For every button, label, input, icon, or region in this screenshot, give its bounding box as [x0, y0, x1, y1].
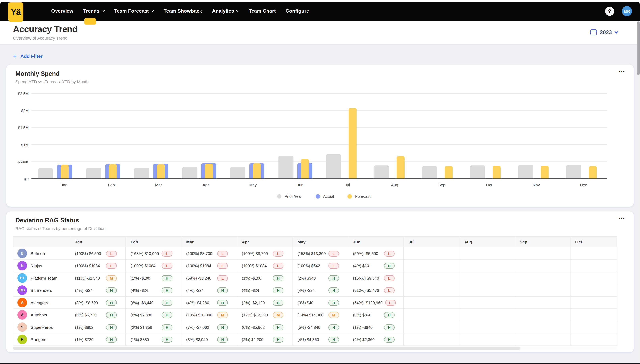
bar-group-may — [223, 94, 271, 179]
deviation-cell: (100%) $8,700L — [237, 248, 293, 259]
deviation-value: (3%) $3,040 — [186, 337, 208, 342]
x-axis-label: Sep — [418, 183, 466, 187]
deviation-value: (7%) -$7,062 — [186, 325, 209, 329]
x-axis-label: Dec — [560, 183, 607, 187]
team-cell: AAutobots — [13, 309, 70, 321]
rag-badge: H — [273, 324, 284, 330]
prior-year-bar — [230, 167, 245, 179]
card-menu-icon[interactable]: ••• — [619, 216, 625, 220]
deviation-value: (100%) $1084 — [131, 264, 156, 268]
deviation-cell: (11%) -$1,540M — [70, 272, 126, 284]
x-axis-label: Jul — [324, 183, 371, 187]
empty-cell — [570, 260, 617, 272]
deviation-value: (1%) $880 — [131, 337, 149, 342]
deviation-cell: (4%) -$24H — [237, 284, 293, 296]
vertical-scrollbar-thumb[interactable] — [637, 22, 639, 75]
empty-cell — [570, 321, 617, 333]
deviation-cell: (1%) -$100H — [237, 272, 293, 284]
deviation-value: (100%) $6,500 — [75, 251, 101, 256]
nav-item-configure[interactable]: Configure — [286, 2, 309, 20]
empty-cell — [404, 296, 459, 308]
deviation-cell: (100%) $542L — [293, 260, 348, 272]
deviation-value: (4%) -$24 — [75, 288, 93, 292]
rag-badge: H — [328, 324, 339, 330]
empty-cell — [570, 284, 617, 296]
deviation-value: (4%) -$24 — [131, 288, 148, 292]
y-axis-tick: $0 — [25, 177, 29, 181]
deviation-cell: (6%) -$5,962H — [237, 321, 293, 333]
page-subtitle: Overview of Accuracy Trend — [13, 36, 78, 40]
deviation-cell: (0%) $40H — [293, 296, 348, 308]
deviation-cell: (10%) $10,040M — [181, 309, 237, 321]
x-axis-label: Feb — [88, 183, 135, 187]
x-axis-label: Aug — [371, 183, 418, 187]
nav-item-label: Configure — [286, 8, 309, 14]
nav-item-team-chart[interactable]: Team Chart — [249, 2, 276, 20]
chart-legend: Prior YearActualForecast — [41, 194, 607, 199]
deviation-cell: (14%) $14,360M — [293, 309, 348, 321]
horizontal-scrollbar-thumb[interactable] — [13, 346, 520, 350]
table-header-row: JanFebMarAprMayJunJulAugSepOct — [13, 237, 617, 248]
rag-badge: H — [162, 324, 172, 330]
card-menu-icon[interactable]: ••• — [619, 70, 625, 74]
table-row: SSuperHeros(1%) $802H(2%) $1,859H(7%) -$… — [13, 321, 617, 334]
empty-cell — [404, 284, 459, 296]
deviation-cell: (2%) $2,360H — [348, 334, 404, 345]
legend-item-actual: Actual — [315, 194, 334, 199]
team-column-header — [13, 237, 70, 247]
team-avatar: B — [18, 248, 27, 258]
deviation-value: (1%) -$840 — [353, 325, 373, 329]
team-name: Batmen — [31, 251, 45, 256]
forecast-bar — [541, 166, 548, 179]
deviation-value: (4%) -$24 — [242, 288, 259, 292]
rag-badge: H — [162, 275, 172, 281]
app-logo[interactable]: Yä — [8, 2, 24, 22]
plus-icon: + — [13, 54, 17, 59]
rag-badge: L — [384, 275, 395, 281]
rag-badge: L — [217, 250, 228, 256]
forecast-bar — [253, 164, 261, 179]
nav-item-label: Team Forecast — [114, 8, 149, 14]
deviation-cell: (12%) $12,200M — [237, 309, 293, 321]
team-cell: BBatmen — [13, 248, 70, 259]
rag-badge: L — [106, 263, 117, 269]
deviation-value: (50%) -$5,500 — [353, 251, 378, 256]
rag-badge: H — [328, 300, 339, 306]
deviation-cell: (5%) -$4,840H — [293, 321, 348, 333]
rag-status-card: ••• Deviation RAG Status RAG status of T… — [6, 211, 634, 352]
nav-item-overview[interactable]: Overview — [51, 2, 73, 20]
empty-cell — [515, 296, 570, 308]
user-avatar[interactable]: MR — [622, 6, 632, 16]
rag-badge: H — [217, 336, 228, 342]
nav-item-label: Analytics — [212, 8, 234, 14]
deviation-value: (4%) -$24 — [186, 288, 204, 292]
rag-badge: H — [217, 300, 228, 306]
team-name: Autobots — [31, 312, 47, 317]
rag-card-header: Deviation RAG Status RAG status of Teams… — [6, 217, 634, 231]
x-axis-label: Nov — [513, 183, 560, 187]
deviation-cell: (4%) -$4,280H — [181, 296, 237, 308]
rag-badge: L — [384, 250, 395, 256]
nav-item-trends[interactable]: Trends — [83, 2, 104, 20]
rag-badge: H — [328, 275, 339, 281]
deviation-cell: (100%) $6,500L — [70, 248, 126, 259]
deviation-cell: (4%) -$24H — [70, 284, 126, 296]
month-column-header: Mar — [181, 237, 237, 247]
rag-badge: M — [217, 312, 228, 318]
deviation-cell: (913%) $5,476L — [348, 284, 404, 296]
nav-item-team-showback[interactable]: Team Showback — [164, 2, 202, 20]
prior-year-bar — [134, 168, 149, 179]
table-row: BBBit Benders(4%) -$24H(4%) -$24H(4%) -$… — [13, 284, 617, 296]
month-column-header: Jun — [348, 237, 404, 247]
year-selector[interactable]: 2023 — [590, 29, 618, 35]
nav-item-team-forecast[interactable]: Team Forecast — [114, 2, 154, 20]
add-filter-button[interactable]: + Add Filter — [13, 54, 43, 59]
empty-cell — [459, 321, 515, 333]
help-icon[interactable]: ? — [605, 6, 614, 16]
empty-cell — [459, 272, 515, 284]
rag-badge: H — [384, 336, 395, 342]
rag-badge: L — [384, 287, 395, 293]
deviation-value: (0%) $360 — [353, 313, 371, 317]
month-column-header: Jan — [70, 237, 126, 247]
nav-item-analytics[interactable]: Analytics — [212, 2, 239, 20]
